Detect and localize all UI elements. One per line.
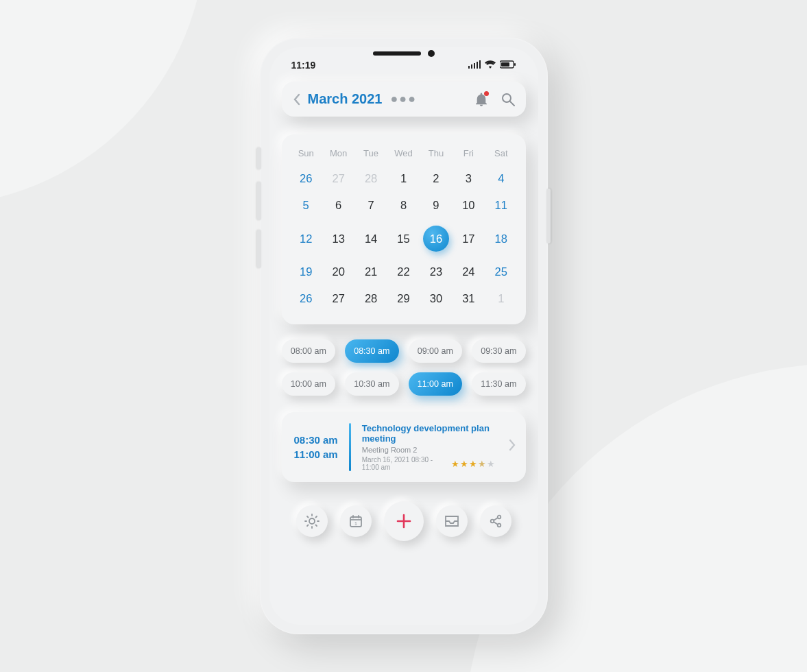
calendar-day[interactable]: 3 (453, 165, 485, 192)
calendar-day[interactable]: 20 (322, 259, 354, 285)
calendar-day[interactable]: 15 (387, 219, 420, 259)
calendar-day[interactable]: 23 (420, 259, 452, 285)
search-button[interactable] (501, 93, 515, 106)
svg-point-8 (503, 94, 511, 102)
event-divider (349, 423, 351, 471)
svg-rect-6 (501, 62, 509, 67)
calendar-day[interactable]: 2 (420, 165, 452, 192)
signal-icon (468, 60, 481, 71)
svg-line-18 (315, 516, 317, 518)
weekday-label: Tue (354, 144, 387, 165)
svg-line-30 (494, 522, 498, 525)
time-slot[interactable]: 08:30 am (345, 339, 399, 363)
calendar-day[interactable]: 26 (290, 285, 322, 312)
status-time: 11:19 (291, 60, 316, 71)
calendar-day[interactable]: 26 (290, 165, 322, 192)
time-slot[interactable]: 09:30 am (472, 339, 526, 363)
calendar-day[interactable]: 10 (453, 192, 485, 219)
weekday-label: Sat (485, 144, 517, 165)
time-slots: 08:00 am08:30 am09:00 am09:30 am10:00 am… (282, 339, 526, 396)
event-open-button[interactable] (507, 438, 518, 456)
calendar-day[interactable]: 13 (322, 219, 354, 259)
time-slot[interactable]: 11:00 am (409, 372, 463, 396)
svg-rect-4 (479, 60, 481, 69)
calendar-day[interactable]: 29 (387, 285, 420, 312)
calendar-day[interactable]: 25 (485, 259, 517, 285)
svg-rect-1 (471, 64, 472, 69)
calendar-day[interactable]: 1 (387, 165, 420, 192)
calendar-day[interactable]: 8 (387, 192, 420, 219)
calendar-day[interactable]: 31 (453, 285, 485, 312)
event-room: Meeting Room 2 (362, 446, 496, 454)
calendar-day[interactable]: 22 (387, 259, 420, 285)
calendar-day[interactable]: 14 (354, 219, 387, 259)
status-bar: 11:19 (282, 57, 526, 77)
nav-share-button[interactable] (480, 505, 511, 537)
time-slot[interactable]: 11:30 am (472, 372, 526, 396)
screen: 11:19 March 2021 ●●● (269, 47, 538, 625)
svg-line-15 (307, 516, 309, 518)
calendar-day[interactable]: 12 (290, 219, 322, 259)
phone-speaker (373, 51, 421, 56)
event-rating: ★★★★★ (451, 459, 496, 469)
weekday-label: Thu (420, 144, 452, 165)
calendar-day[interactable]: 27 (322, 165, 354, 192)
calendar-day[interactable]: 5 (290, 192, 322, 219)
calendar-day[interactable]: 24 (453, 259, 485, 285)
phone-side-button (257, 147, 261, 169)
calendar-day[interactable]: 6 (322, 192, 354, 219)
calendar-day[interactable]: 28 (354, 285, 387, 312)
calendar-day[interactable]: 21 (354, 259, 387, 285)
event-title: Technology development plan meeting (362, 423, 496, 444)
event-start-time: 08:30 am (294, 434, 338, 446)
date-grid: 2627281234567891011121314151617181920212… (290, 165, 518, 312)
calendar-day[interactable]: 27 (322, 285, 354, 312)
svg-line-17 (307, 525, 309, 527)
weekday-label: Wed (387, 144, 420, 165)
month-title[interactable]: March 2021 (308, 91, 383, 107)
svg-rect-7 (514, 63, 516, 66)
time-slot[interactable]: 10:00 am (282, 372, 336, 396)
time-slot[interactable]: 09:00 am (409, 339, 463, 363)
phone-volume-down (257, 230, 261, 268)
svg-rect-2 (474, 63, 475, 69)
calendar-day[interactable]: 7 (354, 192, 387, 219)
battery-icon (500, 60, 516, 71)
phone-volume-up (257, 182, 261, 220)
calendar-day[interactable]: 30 (420, 285, 452, 312)
nav-brightness-button[interactable] (296, 505, 328, 537)
month-header: March 2021 ●●● (282, 82, 526, 117)
svg-line-16 (315, 525, 317, 527)
more-menu-button[interactable]: ●●● (390, 92, 417, 106)
svg-text:1: 1 (354, 521, 357, 526)
calendar-day[interactable]: 19 (290, 259, 322, 285)
bottom-nav: 1 (282, 501, 526, 541)
calendar-day[interactable]: 4 (485, 165, 517, 192)
phone-camera (428, 50, 435, 57)
calendar-day[interactable]: 17 (453, 219, 485, 259)
nav-inbox-button[interactable] (436, 505, 468, 537)
weekday-label: Mon (322, 144, 354, 165)
calendar-day[interactable]: 11 (485, 192, 517, 219)
notification-badge (484, 91, 489, 96)
calendar-card: SunMonTueWedThuFriSat 262728123456789101… (282, 134, 526, 324)
weekday-label: Fri (453, 144, 485, 165)
nav-add-button[interactable] (384, 501, 424, 541)
phone-power-button (546, 189, 551, 243)
wifi-icon (485, 60, 496, 71)
weekday-header-row: SunMonTueWedThuFriSat (290, 144, 518, 165)
phone-frame: 11:19 March 2021 ●●● (260, 38, 548, 634)
weekday-label: Sun (290, 144, 322, 165)
prev-month-button[interactable] (293, 93, 301, 106)
calendar-day[interactable]: 1 (485, 285, 517, 312)
notifications-button[interactable] (475, 93, 487, 106)
event-times: 08:30 am 11:00 am (294, 434, 338, 460)
time-slot[interactable]: 08:00 am (282, 339, 336, 363)
time-slot[interactable]: 10:30 am (345, 372, 399, 396)
event-card[interactable]: 08:30 am 11:00 am Technology development… (282, 412, 526, 482)
calendar-day[interactable]: 9 (420, 192, 452, 219)
nav-calendar-button[interactable]: 1 (340, 505, 372, 537)
calendar-day[interactable]: 16 (420, 219, 452, 259)
calendar-day[interactable]: 18 (485, 219, 517, 259)
calendar-day[interactable]: 28 (354, 165, 387, 192)
